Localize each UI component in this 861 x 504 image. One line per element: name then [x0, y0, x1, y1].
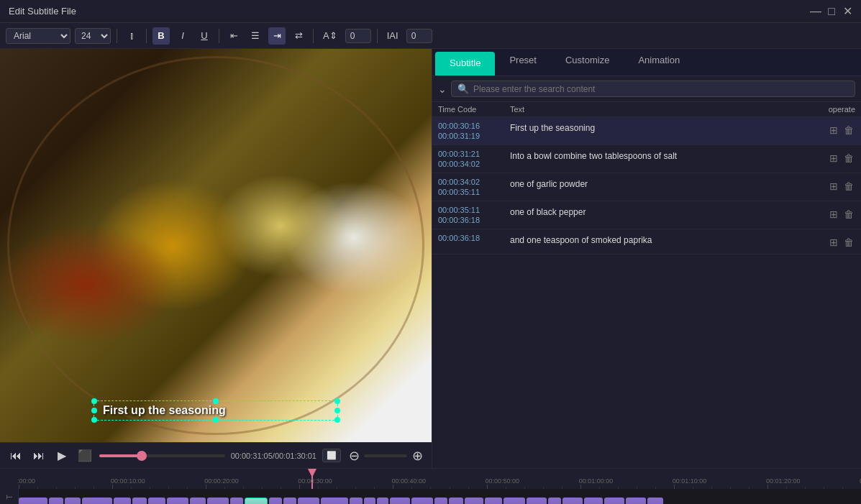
text-case-button[interactable]: A⇕	[319, 27, 341, 45]
subtitle-split-button[interactable]: ⊞	[828, 235, 839, 249]
font-size-select[interactable]: 24 12 14 18 36	[75, 28, 111, 44]
font-family-select[interactable]: Arial	[6, 28, 70, 44]
handle-bottom-right[interactable]	[334, 417, 340, 423]
timeline-clip[interactable]: ...	[350, 498, 363, 504]
subtitle-item[interactable]: 00:00:36:18 and one teaspoon of smoked p…	[432, 229, 861, 255]
subtitle-item[interactable]: 00:00:31:21 00:00:34:02 Into a bowl comb…	[432, 145, 861, 173]
tab-bar: Subtitle Preset Customize Animation	[432, 49, 861, 76]
handle-mid-right[interactable]	[334, 408, 340, 413]
track-content: This...t...A...Loca...Su...A...Ea...Tod.…	[19, 489, 861, 504]
timeline-clip[interactable]: g...	[548, 498, 561, 504]
subtitle-actions: ⊞ 🗑	[812, 122, 855, 137]
subtitle-split-button[interactable]: ⊞	[828, 151, 839, 165]
separator-1	[117, 29, 117, 43]
timeline-clip[interactable]: thi...	[465, 498, 483, 504]
play-button[interactable]: ▶	[53, 449, 70, 462]
timeline-clip[interactable]: A...	[65, 498, 81, 504]
align-center-button[interactable]: ☰	[247, 27, 264, 45]
subtitle-delete-button[interactable]: 🗑	[842, 179, 855, 193]
restore-button[interactable]: □	[826, 6, 837, 17]
progress-thumb	[137, 451, 147, 461]
handle-bottom-mid[interactable]	[213, 417, 219, 423]
handle-mid-left[interactable]	[91, 408, 97, 413]
timeline-clip[interactable]: t...	[364, 498, 375, 504]
italic-button[interactable]: I	[174, 27, 191, 45]
timeline-clip[interactable]: No...	[604, 498, 624, 504]
timeline-clip[interactable]: Tod...	[167, 498, 188, 504]
timeline-clip[interactable]: el...	[190, 498, 206, 504]
subtitle-item[interactable]: 00:00:30:16 00:00:31:19 First up the sea…	[432, 117, 861, 145]
subtitle-start: 00:00:30:16	[438, 122, 510, 130]
timeline-clip[interactable]: O...	[647, 498, 663, 504]
tab-animation[interactable]: Animation	[624, 49, 694, 75]
timeline-clip[interactable]: N...	[449, 498, 463, 504]
timeline-clip[interactable]: Su...	[114, 498, 131, 504]
timeline-clip[interactable]: Into...	[321, 498, 348, 504]
timeline-clip[interactable]: This...	[19, 498, 47, 504]
line-height-input[interactable]	[406, 29, 432, 43]
timeline-clip[interactable]: Int...	[245, 498, 268, 504]
subtitle-split-button[interactable]: ⊞	[828, 123, 839, 137]
expand-button[interactable]: ⌄	[438, 83, 447, 95]
letter-spacing-input[interactable]	[345, 29, 371, 43]
handle-top-right[interactable]	[334, 398, 340, 404]
timeline-clip[interactable]: A...	[132, 498, 147, 504]
zoom-in-button[interactable]: ⊕	[410, 449, 424, 463]
subtitle-split-button[interactable]: ⊞	[828, 179, 839, 193]
tab-customize[interactable]: Customize	[551, 49, 624, 75]
minimize-button[interactable]: —	[811, 6, 821, 17]
timeline-clip[interactable]: No...	[390, 498, 410, 504]
timeline-clip[interactable]: to ...	[485, 498, 502, 504]
timeline-clip[interactable]: Thi...	[207, 498, 229, 504]
handle-top-left[interactable]	[91, 398, 97, 404]
loop-button[interactable]: ⬛	[76, 449, 94, 462]
align-justify-button[interactable]: ⇄	[290, 27, 307, 45]
timeline-clip[interactable]: a...	[283, 498, 296, 504]
aspect-ratio-button[interactable]: ⬜	[322, 449, 341, 462]
subtitle-delete-button[interactable]: 🗑	[842, 207, 855, 221]
subtitle-item[interactable]: 00:00:35:11 00:00:36:18 one of black pep…	[432, 201, 861, 229]
timeline-clip[interactable]: n...	[434, 498, 447, 504]
timeline-clip[interactable]: de...	[626, 498, 646, 504]
progress-bar[interactable]	[99, 454, 225, 457]
handle-top-mid[interactable]	[213, 398, 219, 404]
column-format-button[interactable]: ⫿	[123, 27, 140, 45]
align-right-button[interactable]: ⇥	[268, 27, 286, 45]
header-operate: operate	[812, 105, 855, 114]
tab-subtitle[interactable]: Subtitle	[435, 52, 495, 75]
timeline-clip[interactable]: ...	[377, 498, 388, 504]
text-width-button[interactable]: IAI	[383, 27, 402, 45]
handle-bottom-left[interactable]	[91, 417, 97, 423]
timeline-clip[interactable]: Ea...	[148, 498, 165, 504]
subtitle-list[interactable]: 00:00:30:16 00:00:31:19 First up the sea…	[432, 117, 861, 468]
timeline-clip[interactable]: if th...	[504, 498, 525, 504]
timeline-clip[interactable]: I'll t...	[411, 498, 433, 504]
close-button[interactable]: ✕	[842, 6, 852, 17]
zoom-out-button[interactable]: ⊖	[347, 449, 361, 463]
underline-button[interactable]: U	[196, 27, 213, 45]
ruler-mark: 00:00:30:00	[299, 477, 334, 489]
tab-preset[interactable]: Preset	[495, 49, 551, 75]
zoom-slider[interactable]	[364, 454, 407, 457]
timeline-clip[interactable]: 20...	[584, 498, 603, 504]
step-back-button[interactable]: ⏭	[30, 449, 47, 462]
align-left-button[interactable]: ⇤	[225, 27, 242, 45]
timeline-clip[interactable]: ...	[269, 498, 282, 504]
timeline-clip[interactable]: No...	[298, 498, 319, 504]
subtitle-split-button[interactable]: ⊞	[828, 207, 839, 221]
timeline-clip[interactable]: Loca...	[82, 498, 112, 504]
subtitle-selection-box[interactable]: First up the seasoning	[94, 400, 338, 421]
subtitle-item[interactable]: 00:00:34:02 00:00:35:11 one of garlic po…	[432, 173, 861, 201]
subtitle-delete-button[interactable]: 🗑	[842, 151, 855, 165]
subtitle-delete-button[interactable]: 🗑	[842, 235, 855, 249]
rewind-button[interactable]: ⏮	[7, 449, 24, 462]
timeline-clip[interactable]: t...	[49, 498, 63, 504]
subtitle-start: 00:00:35:11	[438, 206, 510, 214]
search-input[interactable]	[473, 84, 849, 94]
timeline-clip[interactable]: ...	[230, 498, 243, 504]
app-title: Edit Subtitle File	[9, 6, 76, 17]
bold-button[interactable]: B	[152, 27, 170, 45]
timeline-clip[interactable]: So...	[527, 498, 547, 504]
timeline-clip[interactable]: My ...	[562, 498, 583, 504]
subtitle-delete-button[interactable]: 🗑	[842, 123, 855, 137]
